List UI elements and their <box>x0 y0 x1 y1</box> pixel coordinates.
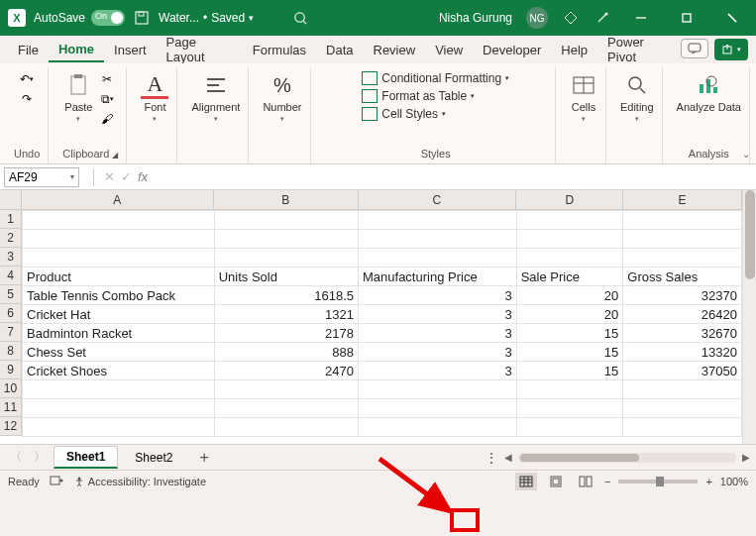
cell[interactable]: 2178 <box>214 324 358 343</box>
cell[interactable]: 32670 <box>623 324 742 343</box>
cell-styles-button[interactable]: Cell Styles▾ <box>362 107 509 121</box>
cell[interactable]: Table Tennis Combo Pack <box>23 286 215 305</box>
normal-view-button[interactable] <box>515 473 537 490</box>
paste-button[interactable]: Paste ▾ <box>64 71 92 123</box>
tab-formulas[interactable]: Formulas <box>243 39 316 61</box>
cell[interactable]: 3 <box>359 305 517 324</box>
tab-view[interactable]: View <box>425 39 473 61</box>
cell[interactable] <box>214 399 358 418</box>
cell[interactable]: 1618.5 <box>214 286 358 305</box>
cell[interactable] <box>359 399 517 418</box>
cell[interactable] <box>516 211 623 230</box>
hscroll-left-icon[interactable]: ◀ <box>504 452 512 463</box>
zoom-slider[interactable] <box>618 480 698 483</box>
avatar[interactable]: NG <box>526 7 548 29</box>
cell[interactable]: Product <box>23 268 215 286</box>
zoom-out-button[interactable]: − <box>604 476 610 487</box>
zoom-in-button[interactable]: + <box>705 476 711 487</box>
column-headers[interactable]: ABCDE <box>22 190 742 210</box>
cell[interactable]: 15 <box>516 324 623 343</box>
chevron-down-icon[interactable]: ▾ <box>70 172 74 181</box>
cell[interactable] <box>623 380 742 399</box>
macro-record-icon[interactable] <box>50 475 63 488</box>
row-header-9[interactable]: 9 <box>0 361 21 379</box>
cell[interactable] <box>359 249 517 268</box>
cell[interactable] <box>23 230 215 249</box>
cell[interactable] <box>214 380 358 399</box>
wand-icon[interactable] <box>594 9 611 27</box>
minimize-button[interactable] <box>625 6 657 30</box>
fx-icon[interactable]: fx <box>138 169 148 184</box>
number-button[interactable]: % Number ▾ <box>263 71 301 123</box>
tab-review[interactable]: Review <box>364 39 426 61</box>
cell[interactable]: 32370 <box>623 286 742 305</box>
cell[interactable]: Manufacturing Price <box>359 268 517 286</box>
formula-input[interactable] <box>154 167 756 187</box>
cell[interactable] <box>516 399 623 418</box>
accessibility-status[interactable]: Accessibility: Investigate <box>73 476 206 487</box>
collapse-ribbon-icon[interactable]: ⌄ <box>742 149 750 160</box>
cell[interactable]: 15 <box>516 343 623 362</box>
cell[interactable] <box>623 230 742 249</box>
row-header-12[interactable]: 12 <box>0 417 21 436</box>
row-header-11[interactable]: 11 <box>0 398 21 417</box>
cell[interactable] <box>214 249 358 268</box>
row-header-1[interactable]: 1 <box>0 210 21 229</box>
cell[interactable]: Sale Price <box>516 268 623 286</box>
col-header-C[interactable]: C <box>359 190 517 209</box>
cell[interactable] <box>516 230 623 249</box>
zoom-percent[interactable]: 100% <box>720 476 748 487</box>
col-header-A[interactable]: A <box>22 190 214 209</box>
cancel-formula-icon[interactable]: ✕ <box>104 169 115 184</box>
cell[interactable]: 3 <box>359 343 517 362</box>
autosave-toggle[interactable]: On <box>91 10 125 26</box>
horizontal-scrollbar[interactable] <box>518 453 736 463</box>
tab-developer[interactable]: Developer <box>473 39 551 61</box>
sheet-options-icon[interactable]: ⋮ <box>485 450 498 466</box>
cell[interactable] <box>516 380 623 399</box>
sheet-tab-2[interactable]: Sheet2 <box>122 447 185 468</box>
cell[interactable] <box>623 418 742 437</box>
sheet-nav-next[interactable]: 〉 <box>30 449 50 466</box>
cell-area[interactable]: ProductUnits SoldManufacturing PriceSale… <box>22 210 742 437</box>
cell[interactable]: 3 <box>359 324 517 343</box>
row-headers[interactable]: 123456789101112 <box>0 210 22 436</box>
cell[interactable] <box>23 399 215 418</box>
autosave[interactable]: AutoSave On <box>34 10 125 26</box>
tab-file[interactable]: File <box>8 39 49 61</box>
tab-data[interactable]: Data <box>316 39 363 61</box>
accept-formula-icon[interactable]: ✓ <box>121 169 132 184</box>
cell[interactable]: 13320 <box>623 343 742 362</box>
cell[interactable]: 37050 <box>623 362 742 380</box>
conditional-formatting-button[interactable]: Conditional Formatting▾ <box>362 71 509 85</box>
vertical-scrollbar[interactable] <box>742 190 756 444</box>
row-header-6[interactable]: 6 <box>0 304 21 323</box>
name-box[interactable]: AF29 ▾ <box>4 167 79 187</box>
redo-button[interactable]: ↷ <box>18 91 36 107</box>
cell[interactable] <box>623 249 742 268</box>
cell[interactable]: 20 <box>516 286 623 305</box>
undo-button[interactable]: ↶▾ <box>18 71 36 87</box>
cell[interactable]: 15 <box>516 362 623 380</box>
cells-button[interactable]: Cells ▾ <box>570 71 597 123</box>
diamond-icon[interactable] <box>562 9 580 27</box>
row-header-4[interactable]: 4 <box>0 267 21 285</box>
cell[interactable] <box>359 380 517 399</box>
cell[interactable]: 888 <box>214 343 358 362</box>
row-header-10[interactable]: 10 <box>0 379 21 398</box>
cell[interactable] <box>23 380 215 399</box>
cell[interactable]: 20 <box>516 305 623 324</box>
cell[interactable]: 1321 <box>214 305 358 324</box>
sheet-nav-prev[interactable]: 〈 <box>6 449 26 466</box>
cell[interactable]: 26420 <box>623 305 742 324</box>
cell[interactable] <box>359 211 517 230</box>
tab-home[interactable]: Home <box>49 38 104 62</box>
cell[interactable]: Cricket Hat <box>23 305 215 324</box>
cell[interactable]: Chess Set <box>23 343 215 362</box>
alignment-button[interactable]: Alignment ▾ <box>191 71 240 123</box>
cell[interactable]: Units Sold <box>214 268 358 286</box>
font-button[interactable]: A Font ▾ <box>141 71 168 123</box>
tab-help[interactable]: Help <box>551 39 597 61</box>
format-table-button[interactable]: Format as Table▾ <box>362 89 509 103</box>
save-icon[interactable] <box>133 9 151 27</box>
